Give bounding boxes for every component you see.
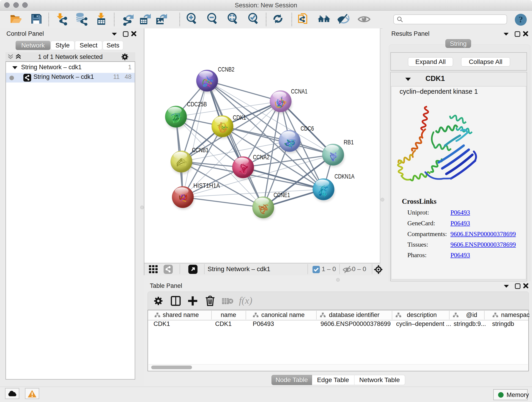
svg-text:CCNB1: CCNB1 bbox=[192, 147, 209, 153]
svg-text:CDC6: CDC6 bbox=[301, 125, 314, 132]
svg-text:CDC25B: CDC25B bbox=[187, 101, 207, 108]
svg-text:CCNA2: CCNA2 bbox=[253, 153, 269, 161]
svg-text:CDKN1A: CDKN1A bbox=[335, 173, 355, 180]
svg-text:CCNA1: CCNA1 bbox=[291, 88, 307, 95]
svg-text:HIST1H1A: HIST1H1A bbox=[193, 182, 220, 189]
svg-text:CDK1: CDK1 bbox=[233, 114, 246, 121]
svg-text:RB1: RB1 bbox=[344, 139, 354, 146]
svg-text:CCNE1: CCNE1 bbox=[273, 191, 290, 198]
svg-text:CCNB2: CCNB2 bbox=[218, 66, 234, 73]
svg-text:?: ? bbox=[519, 15, 523, 24]
